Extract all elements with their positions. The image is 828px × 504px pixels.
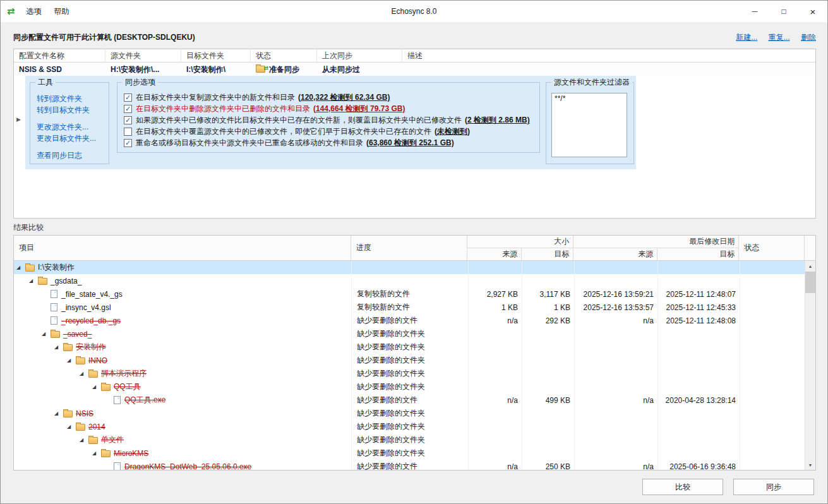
expander-icon[interactable]: ◢ <box>67 357 76 363</box>
size-source-cell <box>469 327 522 340</box>
size-target-cell <box>522 407 575 420</box>
vertical-scrollbar[interactable]: ▲ ▼ <box>805 261 815 471</box>
folder-icon <box>63 344 73 351</box>
menu-options[interactable]: 选项 <box>20 6 48 17</box>
checkbox-checked-icon[interactable]: ✓ <box>124 116 132 124</box>
column-size-source[interactable]: 来源 <box>467 248 521 260</box>
sync-option-row[interactable]: ✓如果源文件夹中已修改的文件比目标文件夹中已存在的文件新，则覆盖目标文件夹中的已… <box>124 114 539 126</box>
view-sync-log-link[interactable]: 查看同步日志 <box>37 150 102 161</box>
column-size-target[interactable]: 目标 <box>521 248 573 260</box>
scroll-down-icon[interactable]: ▼ <box>805 460 815 471</box>
expander-icon[interactable]: ◢ <box>42 331 51 337</box>
size-source-cell: n/a <box>469 314 522 327</box>
result-row[interactable]: ◢安装制作缺少要删除的文件夹 <box>14 340 806 354</box>
expander-icon[interactable]: ◢ <box>54 344 63 350</box>
expander-icon[interactable]: ◢ <box>92 450 101 456</box>
new-profile-link[interactable]: 新建... <box>736 33 757 42</box>
expander-icon[interactable]: ◢ <box>54 411 63 416</box>
result-row[interactable]: ◢INNO缺少要删除的文件夹 <box>14 354 806 367</box>
checkbox-checked-icon[interactable]: ✓ <box>124 93 132 102</box>
expander-icon[interactable]: ◢ <box>29 278 38 284</box>
sync-option-row[interactable]: 在目标文件夹中覆盖源文件夹中的已修改文件，即使它们早于目标文件夹中已存在的文件(… <box>124 126 539 137</box>
menu-help[interactable]: 帮助 <box>48 6 76 17</box>
modified-source-cell: n/a <box>575 460 658 471</box>
column-description[interactable]: 描述 <box>402 49 815 62</box>
column-last-sync[interactable]: 上次同步 <box>317 49 402 62</box>
result-row[interactable]: ◢I:\安装制作 <box>14 261 806 274</box>
modified-target-cell: 2025-12-11 12:48:07 <box>658 287 740 301</box>
checkbox-checked-icon[interactable]: ✓ <box>124 139 132 147</box>
status-cell <box>740 420 806 433</box>
result-row[interactable]: _recycled_db._gs缺少要删除的文件n/a292 KBn/a2025… <box>14 314 806 327</box>
scroll-up-icon[interactable]: ▲ <box>805 261 815 272</box>
expander-icon[interactable]: ◢ <box>80 437 88 443</box>
item-name: NSIS <box>76 409 93 418</box>
sync-option-stat-link[interactable]: (63,860 检测到 252.1 GB) <box>366 138 454 148</box>
column-modified-source[interactable]: 来源 <box>573 248 657 260</box>
change-target-folder-link[interactable]: 更改目标文件夹... <box>37 133 102 144</box>
column-status[interactable]: 状态 <box>739 236 805 260</box>
sync-option-stat-link[interactable]: (144,664 检测到 79.73 GB) <box>313 104 405 114</box>
result-row[interactable]: DragonKMS_DotWeb_25.05.06.0.exe缺少要删除的文件n… <box>14 460 806 471</box>
checkbox-checked-icon[interactable]: ✓ <box>124 105 132 113</box>
column-target-folder[interactable]: 目标文件夹 <box>181 49 251 62</box>
expander-icon[interactable]: ◢ <box>67 424 76 429</box>
column-status[interactable]: 状态 <box>251 49 317 62</box>
result-row[interactable]: _file_state_v4._gs复制较新的文件2,927 KB3,117 K… <box>14 287 806 301</box>
sync-option-stat-link[interactable]: (2 检测到 2.86 MB) <box>465 115 530 126</box>
expander-icon[interactable]: ◢ <box>92 384 101 390</box>
checkbox-unchecked-icon[interactable] <box>124 128 132 136</box>
result-row[interactable]: ◢_saved_缺少要删除的文件夹 <box>14 327 806 340</box>
item-cell: ◢I:\安装制作 <box>14 261 352 274</box>
column-item[interactable]: 项目 <box>14 236 351 260</box>
compare-button[interactable]: 比较 <box>642 479 723 495</box>
progress-cell: 缺少要删除的文件夹 <box>352 340 469 354</box>
profile-row[interactable]: NSIS & SSD H:\安装制作\... I:\安装制作\ ⇄ 准备同步 从… <box>14 63 815 76</box>
close-button[interactable]: × <box>798 1 827 22</box>
sync-option-row[interactable]: ✓在目标文件夹中删除源文件夹中已删除的文件和目录(144,664 检测到 79.… <box>124 103 539 114</box>
column-modified-group[interactable]: 最后修改日期 来源 目标 <box>573 236 739 260</box>
goto-target-folder-link[interactable]: 转到目标文件夹 <box>37 104 102 116</box>
result-row[interactable]: ◢QQ工具缺少要删除的文件夹 <box>14 380 806 393</box>
folder-icon <box>76 357 85 364</box>
item-name: INNO <box>88 356 107 365</box>
sync-option-stat-link[interactable]: (未检测到) <box>435 126 470 137</box>
column-size-group[interactable]: 大小 来源 目标 <box>467 236 573 260</box>
sync-option-row[interactable]: ✓在目标文件夹中复制源文件夹中的新文件和目录(120,322 检测到 62.34… <box>124 92 539 103</box>
result-row[interactable]: ◢MicroKMS缺少要删除的文件夹 <box>14 447 806 460</box>
duplicate-profile-link[interactable]: 重复... <box>769 33 790 42</box>
sync-button[interactable]: 同步 <box>733 479 814 495</box>
column-progress[interactable]: 进度 <box>351 236 468 260</box>
profile-expander-icon[interactable]: ▶ <box>16 116 21 123</box>
column-source-folder[interactable]: 源文件夹 <box>105 49 181 62</box>
size-source-cell <box>469 261 522 274</box>
modified-source-cell: 2025-12-16 13:59:21 <box>575 287 658 301</box>
change-source-folder-link[interactable]: 更改源文件夹... <box>37 121 102 133</box>
size-source-cell <box>469 274 522 287</box>
result-row[interactable]: ◢脚本演示程序缺少要删除的文件夹 <box>14 367 806 380</box>
result-row[interactable]: ◢_gsdata_ <box>14 274 806 287</box>
scrollbar-thumb[interactable] <box>805 272 815 293</box>
result-row[interactable]: ◢单文件缺少要删除的文件夹 <box>14 433 806 447</box>
column-profile-name[interactable]: 配置文件名称 <box>14 49 105 62</box>
goto-source-folder-link[interactable]: 转到源文件夹 <box>37 93 102 104</box>
delete-profile-link[interactable]: 删除 <box>801 33 816 42</box>
maximize-button[interactable]: □ <box>769 1 798 22</box>
minimize-button[interactable]: ─ <box>740 1 769 22</box>
expander-icon[interactable]: ◢ <box>16 265 25 270</box>
sync-option-row[interactable]: ✓重命名或移动目标文件夹中源文件夹中已重命名或移动的文件和目录(63,860 检… <box>124 137 539 148</box>
progress-cell: 缺少要删除的文件夹 <box>352 380 469 393</box>
profile-name: NSIS & SSD <box>14 63 105 76</box>
result-row[interactable]: QQ工具.exe缺少要删除的文件n/a499 KBn/a2020-04-28 1… <box>14 393 806 407</box>
result-row[interactable]: ◢NSIS缺少要删除的文件夹 <box>14 407 806 420</box>
profiles-header-bar: 同步配置文件可用于此计算机 (DESKTOP-SDLQEKU) 新建... 重复… <box>13 31 816 44</box>
size-source-cell <box>469 433 522 447</box>
column-modified-target[interactable]: 目标 <box>657 248 738 260</box>
detail-panel-background: 工具 转到源文件夹 转到目标文件夹 更改源文件夹... 更改目标文件夹... 查… <box>25 76 636 169</box>
expander-icon[interactable]: ◢ <box>80 371 88 376</box>
filter-list-input[interactable]: **/* <box>551 93 627 157</box>
result-row[interactable]: ◢2014缺少要删除的文件夹 <box>14 420 806 433</box>
sync-option-stat-link[interactable]: (120,322 检测到 62.34 GB) <box>298 92 390 103</box>
result-row[interactable]: _insync_v4.gsl复制较新的文件1 KB1 KB2025-12-16 … <box>14 301 806 314</box>
folder-icon <box>101 384 111 391</box>
